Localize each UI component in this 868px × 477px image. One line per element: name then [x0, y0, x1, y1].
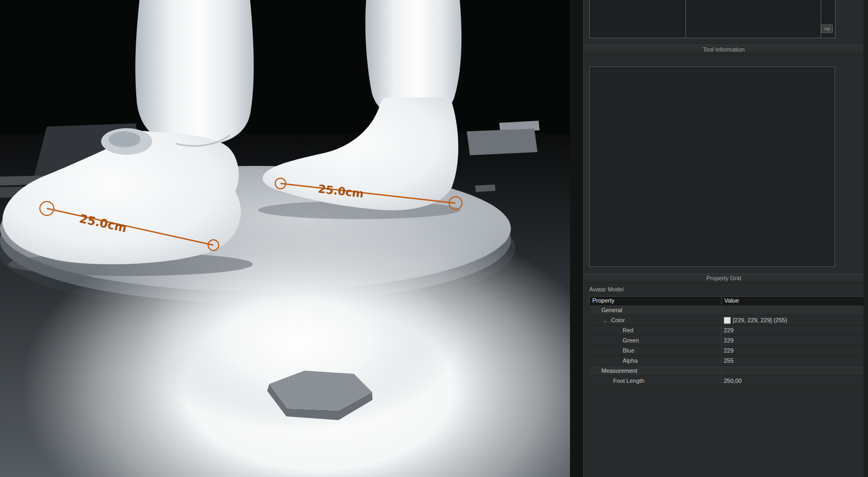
value-cell	[721, 305, 864, 315]
vertical-scrollbar[interactable]	[864, 0, 868, 477]
cutoff-top-panel	[589, 0, 836, 38]
property-row-measurement[interactable]: Measurement	[589, 366, 864, 376]
right-panel: Ap Tool Information Property Grid Avatar…	[583, 0, 864, 477]
tool-information-title: Tool Information	[703, 46, 745, 53]
property-row-color[interactable]: ⌄Color[229, 229, 229] (255)	[589, 315, 864, 325]
value-text: 255	[724, 356, 733, 365]
property-label: Alpha	[623, 357, 638, 364]
property-label: Red	[623, 327, 633, 333]
property-label: Measurement	[601, 367, 637, 374]
3d-viewport[interactable]: 25.0cm 25.0cm	[0, 0, 570, 477]
property-cell: Red	[589, 325, 721, 335]
property-grid-rows: General⌄Color[229, 229, 229] (255)Red229…	[589, 305, 864, 386]
value-text: 250,00	[724, 376, 742, 386]
property-label: Foot Length	[613, 378, 644, 384]
property-row-alpha[interactable]: Alpha255	[589, 356, 864, 366]
value-cell[interactable]: 255	[721, 356, 864, 365]
value-cell	[721, 366, 864, 375]
property-cell: Blue	[589, 346, 721, 355]
property-label: General	[601, 307, 622, 313]
property-cell: Green	[589, 336, 721, 345]
property-cell: Measurement	[589, 366, 721, 375]
chevron-down-icon[interactable]: ⌄	[603, 316, 611, 325]
property-cell: ⌄Color	[589, 315, 721, 325]
property-row-green[interactable]: Green229	[589, 336, 864, 346]
value-text: 229	[724, 346, 733, 355]
apply-button-partial[interactable]: Ap	[821, 24, 833, 33]
property-label: Color	[611, 317, 625, 323]
value-text: 229	[724, 336, 733, 345]
property-cell: Foot Length	[589, 376, 721, 386]
selected-object-label: Avatar Model	[589, 286, 624, 292]
property-cell: General	[589, 305, 721, 315]
property-row-red[interactable]: Red229	[589, 325, 864, 336]
property-grid-title: Property Grid	[706, 275, 741, 281]
application-window: 25.0cm 25.0cm Ap Tool Information Proper…	[0, 0, 868, 477]
property-label: Blue	[623, 347, 634, 354]
ankle-crease-left-inner	[109, 131, 140, 147]
property-row-blue[interactable]: Blue229	[589, 346, 864, 356]
property-label: Green	[623, 337, 639, 344]
viewport-canvas: 25.0cm 25.0cm	[0, 0, 570, 477]
property-cell: Alpha	[589, 356, 721, 365]
value-text: [229, 229, 229] (255)	[733, 315, 787, 325]
property-grid-header[interactable]: Property Grid	[584, 273, 864, 283]
value-text: 229	[724, 325, 733, 335]
value-cell[interactable]: 229	[721, 336, 864, 345]
value-cell[interactable]: 229	[721, 325, 864, 335]
value-cell[interactable]: [229, 229, 229] (255)	[721, 315, 864, 325]
property-grid-column-headers: Property Value	[589, 296, 864, 305]
tool-information-content	[589, 66, 835, 267]
panel-divider	[685, 0, 686, 38]
value-cell[interactable]: 250,00	[721, 376, 864, 386]
panel-splitter[interactable]	[570, 0, 583, 477]
property-row-foot-length[interactable]: Foot Length250,00	[589, 376, 864, 386]
value-cell[interactable]: 229	[721, 346, 864, 355]
tool-information-header[interactable]: Tool Information	[584, 45, 864, 54]
value-column-header[interactable]: Value	[721, 297, 864, 305]
property-column-header[interactable]: Property	[589, 297, 721, 305]
avatar-leg-left[interactable]	[135, 0, 253, 145]
property-grid: Property Value General⌄Color[229, 229, 2…	[589, 296, 864, 386]
property-row-general[interactable]: General	[589, 305, 864, 315]
color-swatch	[724, 317, 731, 324]
